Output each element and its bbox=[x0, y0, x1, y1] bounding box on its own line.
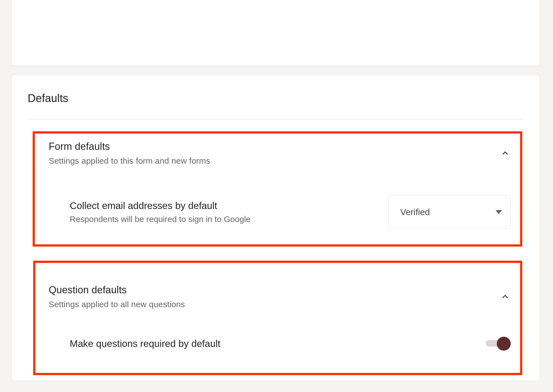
collect-email-text: Collect email addresses by default Respo… bbox=[70, 200, 251, 224]
form-defaults-title: Form defaults bbox=[49, 141, 210, 152]
question-defaults-text: Question defaults Settings applied to al… bbox=[49, 284, 185, 309]
defaults-header: Defaults bbox=[28, 92, 68, 104]
settings-view: Presentation Manage how the form and res… bbox=[0, 0, 553, 392]
collect-email-subtitle: Respondents will be required to sign in … bbox=[70, 215, 251, 224]
form-defaults-header[interactable]: Form defaults Settings applied to this f… bbox=[49, 141, 511, 166]
question-defaults-section: Question defaults Settings applied to al… bbox=[49, 284, 511, 309]
chevron-up-icon[interactable] bbox=[500, 148, 511, 159]
toggle-thumb bbox=[497, 337, 511, 351]
settings-card-upper: Presentation Manage how the form and res… bbox=[11, 0, 540, 66]
chevron-up-icon[interactable] bbox=[500, 291, 511, 302]
collect-email-title: Collect email addresses by default bbox=[70, 200, 251, 211]
divider bbox=[28, 119, 523, 119]
form-defaults-section: Form defaults Settings applied to this f… bbox=[49, 141, 511, 166]
collect-email-select-value: Verified bbox=[400, 207, 430, 217]
dropdown-arrow-icon bbox=[495, 210, 502, 214]
required-default-title: Make questions required by default bbox=[70, 338, 220, 349]
question-defaults-subtitle: Settings applied to all new questions bbox=[49, 300, 185, 309]
collect-email-select[interactable]: Verified bbox=[388, 195, 511, 229]
question-defaults-title: Question defaults bbox=[49, 284, 185, 296]
form-defaults-subtitle: Settings applied to this form and new fo… bbox=[49, 156, 210, 166]
required-default-text: Make questions required by default bbox=[70, 338, 220, 349]
form-defaults-text: Form defaults Settings applied to this f… bbox=[49, 141, 210, 166]
question-defaults-header[interactable]: Question defaults Settings applied to al… bbox=[49, 284, 511, 309]
required-default-row: Make questions required by default bbox=[70, 337, 511, 351]
collect-email-row: Collect email addresses by default Respo… bbox=[70, 195, 511, 229]
required-default-toggle[interactable] bbox=[486, 337, 511, 351]
